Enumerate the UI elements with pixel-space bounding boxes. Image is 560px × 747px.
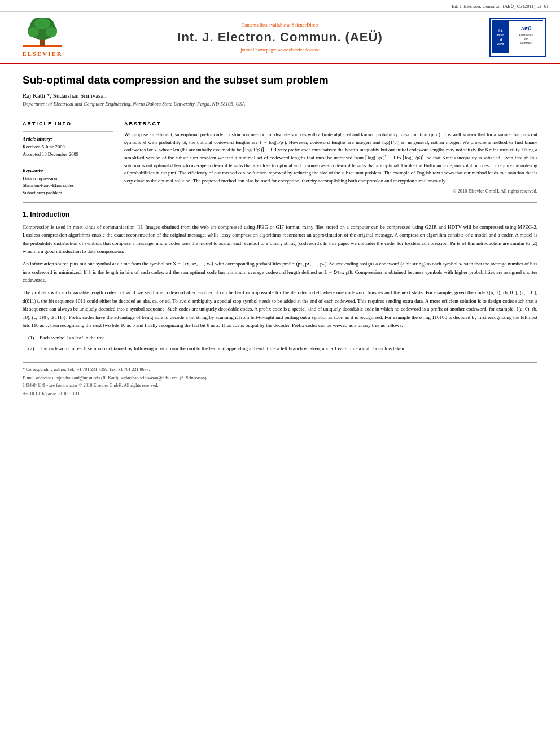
info-abstract-section: ARTICLE INFO Article history: Received 5… bbox=[23, 115, 537, 203]
journal-header: ELSEVIER Contents lists available at Sci… bbox=[0, 12, 560, 64]
keyword-1: Data compression bbox=[23, 175, 113, 182]
abstract-text: We propose an efficient, sub-optimal pre… bbox=[124, 131, 537, 185]
svg-point-6 bbox=[34, 18, 50, 29]
aeu-logo-area: Int. Journ. of Electr. AEÜ Electronics a… bbox=[487, 18, 549, 57]
divider-1 bbox=[23, 131, 113, 132]
authors-text: Raj Katti *, Sudarshan Srinivasan bbox=[23, 92, 107, 99]
elsevier-logo: ELSEVIER bbox=[20, 18, 65, 57]
footnote-doi: doi:10.1016/j.aeue.2010.01.011 bbox=[23, 391, 537, 398]
svg-text:Int.: Int. bbox=[498, 29, 503, 32]
keywords-list: Data compression Shannon-Fano-Elias code… bbox=[23, 175, 113, 196]
citation-text: Int. J. Electron. Commun. (AEÜ) 65 (2011… bbox=[452, 3, 549, 9]
article-info-column: ARTICLE INFO Article history: Received 5… bbox=[23, 121, 113, 196]
copyright-text: © 2010 Elsevier GmbH. All rights reserve… bbox=[124, 188, 537, 194]
aeu-abbreviation: Int. Journ. of Electr. AEÜ Electronics a… bbox=[492, 20, 543, 54]
keywords-label: Keywords: bbox=[23, 168, 113, 173]
list-item-1-text: Each symbol is a leaf in the tree. bbox=[40, 334, 106, 342]
list-item-2-text: The codeword for each symbol is obtained… bbox=[40, 344, 405, 352]
article-info-heading: ARTICLE INFO bbox=[23, 121, 113, 126]
elsevier-logo-area: ELSEVIER bbox=[11, 18, 73, 57]
history-label: Article history: bbox=[23, 136, 113, 142]
svg-text:of: of bbox=[500, 38, 502, 41]
svg-rect-8 bbox=[492, 20, 509, 53]
elsevier-brand-text: ELSEVIER bbox=[22, 50, 63, 57]
svg-text:Journ.: Journ. bbox=[496, 33, 505, 37]
abstract-heading: ABSTRACT bbox=[124, 121, 537, 126]
svg-text:AEÜ: AEÜ bbox=[520, 26, 531, 32]
intro-para3: The problem with such variable length co… bbox=[23, 289, 537, 329]
journal-title: Int. J. Electron. Commun. (AEÜ) bbox=[79, 30, 481, 45]
article-title: Sub-optimal data compression and the sub… bbox=[23, 74, 537, 86]
elsevier-tree-icon bbox=[20, 18, 65, 49]
svg-point-5 bbox=[46, 27, 57, 37]
affiliation-text: Department of Electrical and Computer En… bbox=[23, 101, 537, 107]
keyword-3: Subset-sum problem bbox=[23, 189, 113, 196]
footnote-issn: 1434-8411/$ - see front matter © 2010 El… bbox=[23, 382, 537, 390]
keyword-2: Shannon-Fano-Elias codes bbox=[23, 182, 113, 189]
citation-bar: Int. J. Electron. Commun. (AEÜ) 65 (2011… bbox=[0, 0, 560, 12]
abstract-column: ABSTRACT We propose an efficient, sub-op… bbox=[124, 121, 537, 196]
journal-homepage-url[interactable]: www.elsevier.de/aeue bbox=[278, 47, 320, 53]
svg-text:Commun.: Commun. bbox=[520, 42, 532, 45]
intro-para2: An information source puts out one symbo… bbox=[23, 260, 537, 284]
authors-line: Raj Katti *, Sudarshan Srinivasan bbox=[23, 92, 537, 99]
journal-homepage-line: journal homepage: www.elsevier.de/aeue bbox=[79, 47, 481, 53]
footnote-email: E-mail addresses: rajendra.katti@ndsu.ed… bbox=[23, 375, 537, 382]
divider-2 bbox=[23, 163, 113, 163]
aeu-logo-icon: Int. Journ. of Electr. AEÜ Electronics a… bbox=[492, 20, 543, 53]
svg-text:Electronics: Electronics bbox=[519, 34, 533, 37]
aeu-logo: Int. Journ. of Electr. AEÜ Electronics a… bbox=[489, 18, 546, 57]
page: Int. J. Electron. Commun. (AEÜ) 65 (2011… bbox=[0, 0, 560, 747]
journal-title-area: Contents lists available at ScienceDirec… bbox=[79, 22, 481, 53]
footnote-area: * Corresponding author. Tel.: +1 701 231… bbox=[23, 362, 537, 397]
svg-text:and: and bbox=[524, 38, 528, 41]
footnote-corresponding: * Corresponding author. Tel.: +1 701 231… bbox=[23, 366, 537, 374]
received-date: Received 5 June 2009 Accepted 18 Decembe… bbox=[23, 143, 113, 158]
list-item-1: (1) Each symbol is a leaf in the tree. bbox=[28, 334, 537, 342]
section1-heading: 1. Introduction bbox=[23, 211, 537, 219]
sciencedirect-line: Contents lists available at ScienceDirec… bbox=[79, 22, 481, 28]
svg-text:Electr.: Electr. bbox=[497, 43, 505, 46]
sciencedirect-link-text[interactable]: ScienceDirect bbox=[292, 22, 319, 28]
content-area: Sub-optimal data compression and the sub… bbox=[0, 64, 560, 409]
intro-para1: Compression is used in most kinds of com… bbox=[23, 223, 537, 256]
svg-point-4 bbox=[28, 27, 39, 37]
list-item-2: (2) The codeword for each symbol is obta… bbox=[28, 344, 537, 352]
